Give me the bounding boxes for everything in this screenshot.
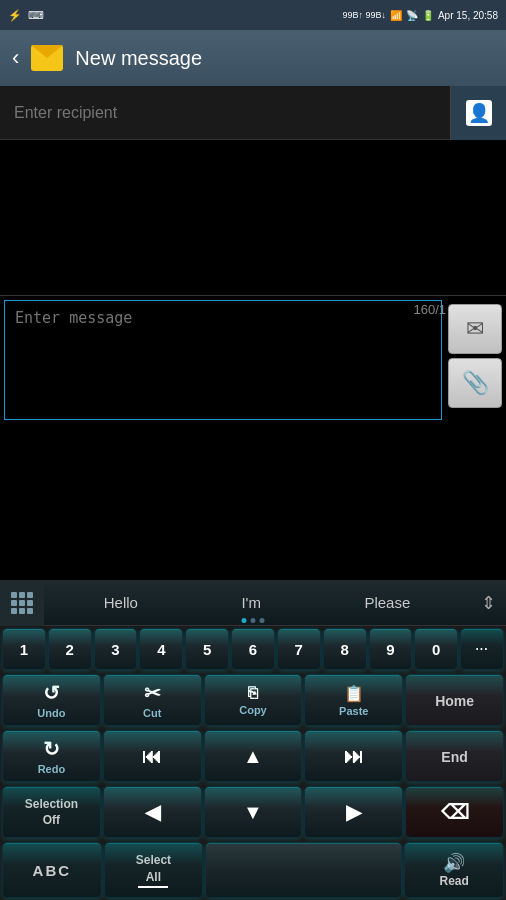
back-button[interactable]: ‹ [12,45,19,71]
recipient-bar: 👤 [0,86,506,140]
email-icon [31,45,63,71]
keyboard-icon: ⌨ [28,9,44,22]
key-abc[interactable]: ABC [2,842,102,898]
grid-icon [11,592,33,614]
key-home[interactable]: Home [405,674,504,726]
key-9[interactable]: 9 [369,628,413,670]
keyboard-area: Hello I'm Please ⇕ 1 2 3 4 5 6 7 8 9 0 ·… [0,580,506,900]
key-3[interactable]: 3 [94,628,138,670]
message-input[interactable] [4,300,442,420]
attach-button[interactable]: 📎 [448,358,502,408]
suggestion-please[interactable]: Please [352,590,422,615]
key-6[interactable]: 6 [231,628,275,670]
conversation-area [0,140,506,295]
key-selection-off[interactable]: SelectionOff [2,786,101,838]
key-4[interactable]: 4 [139,628,183,670]
key-space[interactable] [205,842,402,898]
send-button[interactable]: ✉ [448,304,502,354]
func-row-1: ↺ Undo ✂ Cut ⎘ Copy 📋 Paste Home [0,672,506,728]
key-more[interactable]: ··· [460,628,504,670]
status-left-icons: ⚡ ⌨ [8,9,44,22]
contact-picker-button[interactable]: 👤 [450,86,506,140]
key-redo[interactable]: ↻ Redo [2,730,101,782]
key-start[interactable]: ⏮ [103,730,202,782]
key-end[interactable]: End [405,730,504,782]
func-row-3: SelectionOff ◀ ▼ ▶ ⌫ [0,784,506,840]
key-select-all[interactable]: SelectAll [104,842,204,898]
bottom-row: ABC SelectAll 🔊 Read [0,840,506,900]
key-copy[interactable]: ⎘ Copy [204,674,303,726]
key-paste[interactable]: 📋 Paste [304,674,403,726]
attach-icon: 📎 [462,370,489,396]
suggestion-im[interactable]: I'm [229,590,273,615]
key-cut[interactable]: ✂ Cut [103,674,202,726]
key-0[interactable]: 0 [414,628,458,670]
func-row-2: ↻ Redo ⏮ ▲ ⏭ End [0,728,506,784]
wifi-icon: 📶 [390,10,402,21]
recipient-input[interactable] [0,86,450,139]
send-icon: ✉ [466,316,484,342]
key-8[interactable]: 8 [323,628,367,670]
header: ‹ New message [0,30,506,86]
status-right: 99B↑ 99B↓ 📶 📡 🔋 Apr 15, 20:58 [342,10,498,21]
key-undo[interactable]: ↺ Undo [2,674,101,726]
keyboard-toggle-button[interactable] [0,580,44,626]
message-actions: ✉ 📎 [444,300,506,408]
network-indicator: 99B↑ 99B↓ [342,10,386,21]
suggestion-hello[interactable]: Hello [92,590,150,615]
signal-icon: 📡 [406,10,418,21]
key-backspace[interactable]: ⌫ [405,786,504,838]
usb-icon: ⚡ [8,9,22,22]
suggestion-page-dots [242,618,265,623]
key-1[interactable]: 1 [2,628,46,670]
page-title: New message [75,47,202,70]
suggestions-bar: Hello I'm Please ⇕ [0,580,506,626]
key-2[interactable]: 2 [48,628,92,670]
key-left[interactable]: ◀ [103,786,202,838]
battery-icon: 🔋 [422,10,434,21]
key-right[interactable]: ▶ [304,786,403,838]
key-end-nav[interactable]: ⏭ [304,730,403,782]
character-counter: 160/1 [413,302,446,317]
status-bar: ⚡ ⌨ 99B↑ 99B↓ 📶 📡 🔋 Apr 15, 20:58 [0,0,506,30]
key-read[interactable]: 🔊 Read [404,842,504,898]
suggestions-scroll-button[interactable]: ⇕ [470,580,506,626]
number-row: 1 2 3 4 5 6 7 8 9 0 ··· [0,626,506,672]
suggestions-list: Hello I'm Please [44,590,470,615]
key-7[interactable]: 7 [277,628,321,670]
key-5[interactable]: 5 [185,628,229,670]
select-all-underline [138,886,168,888]
time-display: Apr 15, 20:58 [438,10,498,21]
contact-icon: 👤 [466,100,492,126]
message-input-section: 160/1 ✉ 📎 [0,295,506,424]
key-up[interactable]: ▲ [204,730,303,782]
key-down[interactable]: ▼ [204,786,303,838]
